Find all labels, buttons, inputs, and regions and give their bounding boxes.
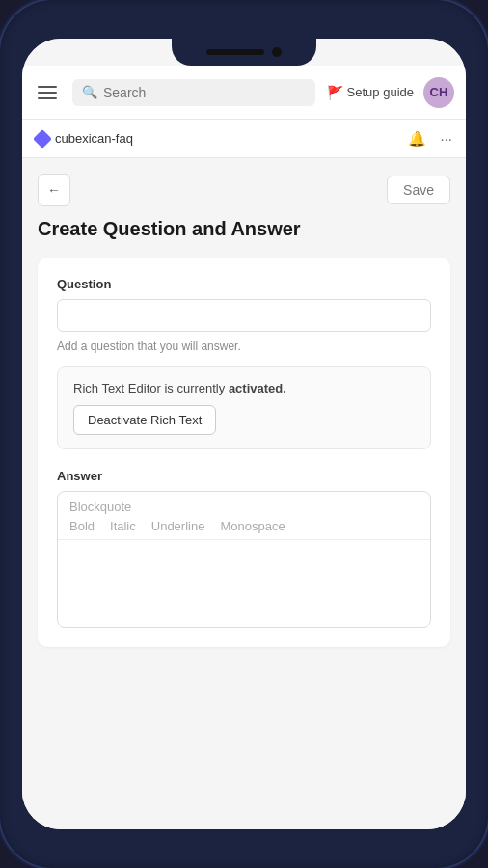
editor-body[interactable] xyxy=(58,540,430,627)
underline-button[interactable]: Underline xyxy=(151,519,205,533)
answer-label: Answer xyxy=(57,469,431,483)
deactivate-rich-text-button[interactable]: Deactivate Rich Text xyxy=(73,405,216,435)
search-bar[interactable]: 🔍 xyxy=(72,79,315,106)
rich-text-notice: Rich Text Editor is currently activated.… xyxy=(57,366,431,449)
phone-screen: 🔍 🚩 Setup guide CH cubexican-faq xyxy=(22,39,466,829)
save-button[interactable]: Save xyxy=(387,176,450,204)
camera xyxy=(272,47,282,57)
rich-text-status-prefix: Rich Text Editor is currently xyxy=(73,381,229,395)
more-options-icon[interactable]: ··· xyxy=(440,130,452,147)
workspace-name: cubexican-faq xyxy=(55,131,133,146)
answer-editor[interactable]: Blockquote Bold Italic Underline Monospa… xyxy=(57,491,431,628)
setup-guide-label: Setup guide xyxy=(347,85,414,99)
back-button[interactable]: ← xyxy=(38,174,70,206)
formatting-toolbar: Bold Italic Underline Monospace xyxy=(69,519,419,533)
nav-right: 🚩 Setup guide CH xyxy=(327,77,454,108)
page-title: Create Question and Answer xyxy=(38,218,450,240)
phone-frame: 🔍 🚩 Setup guide CH cubexican-faq xyxy=(0,0,488,868)
back-arrow-icon: ← xyxy=(47,182,61,198)
question-label: Question xyxy=(57,277,431,291)
blockquote-option[interactable]: Blockquote xyxy=(69,500,419,514)
notification-bell-icon[interactable]: 🔔 xyxy=(408,130,426,148)
italic-button[interactable]: Italic xyxy=(110,519,136,533)
question-hint: Add a question that you will answer. xyxy=(57,339,431,353)
avatar[interactable]: CH xyxy=(423,77,454,108)
workspace-bar: cubexican-faq 🔔 ··· xyxy=(22,120,466,158)
speaker xyxy=(206,49,264,55)
flag-icon: 🚩 xyxy=(327,85,343,100)
workspace-left: cubexican-faq xyxy=(36,131,133,146)
setup-guide-link[interactable]: 🚩 Setup guide xyxy=(327,85,414,100)
page-header: ← Save xyxy=(38,174,450,206)
workspace-icon xyxy=(33,129,52,149)
page-content: ← Save Create Question and Answer Questi… xyxy=(22,158,466,829)
question-input[interactable] xyxy=(57,299,431,332)
editor-toolbar: Blockquote Bold Italic Underline Monospa… xyxy=(58,492,430,540)
notch xyxy=(172,39,316,66)
bold-button[interactable]: Bold xyxy=(69,519,95,533)
form-card: Question Add a question that you will an… xyxy=(38,258,450,647)
search-input[interactable] xyxy=(103,85,306,100)
workspace-actions: 🔔 ··· xyxy=(408,130,452,148)
menu-button[interactable] xyxy=(34,82,61,103)
rich-text-status-bold: activated. xyxy=(229,381,286,395)
monospace-button[interactable]: Monospace xyxy=(220,519,285,533)
search-icon: 🔍 xyxy=(82,85,97,99)
top-nav: 🔍 🚩 Setup guide CH xyxy=(22,66,466,120)
app-content: 🔍 🚩 Setup guide CH cubexican-faq xyxy=(22,39,466,829)
rich-text-status: Rich Text Editor is currently activated. xyxy=(73,381,415,395)
